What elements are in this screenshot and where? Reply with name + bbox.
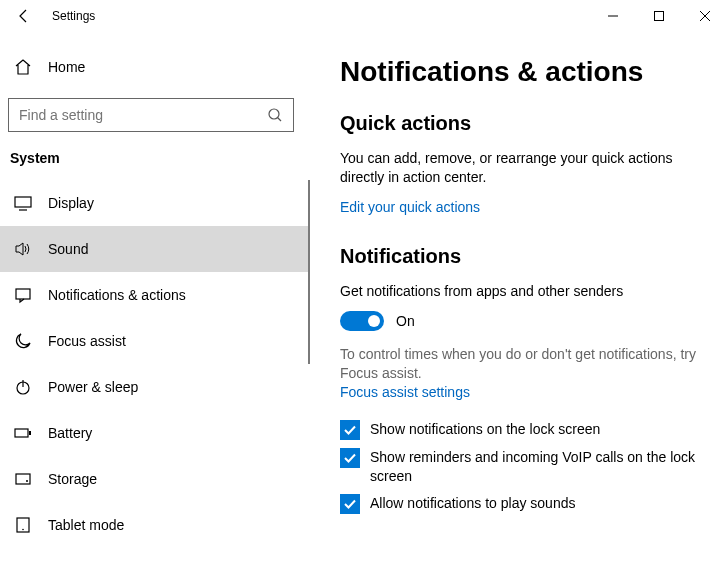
sound-icon — [14, 240, 32, 258]
sidebar-nav-list: Display Sound Notifications & actions — [0, 180, 310, 548]
search-box[interactable] — [8, 98, 294, 132]
notifications-icon — [14, 286, 32, 304]
sidebar-item-battery[interactable]: Battery — [0, 410, 310, 456]
close-button[interactable] — [682, 0, 728, 32]
page-title: Notifications & actions — [340, 56, 698, 88]
check-label: Show reminders and incoming VoIP calls o… — [370, 448, 698, 486]
maximize-button[interactable] — [636, 0, 682, 32]
svg-line-5 — [278, 118, 282, 122]
svg-rect-8 — [16, 289, 30, 299]
main-content: Notifications & actions Quick actions Yo… — [310, 32, 728, 568]
notifications-toggle[interactable] — [340, 311, 384, 331]
sidebar-section-label: System — [0, 150, 310, 180]
battery-icon — [14, 424, 32, 442]
display-icon — [14, 194, 32, 212]
window-title: Settings — [52, 9, 95, 23]
quick-actions-body: You can add, remove, or rearrange your q… — [340, 149, 698, 187]
notifications-desc: Get notifications from apps and other se… — [340, 282, 698, 301]
svg-point-16 — [22, 529, 24, 531]
storage-icon — [14, 470, 32, 488]
sidebar-item-tablet-mode[interactable]: Tablet mode — [0, 502, 310, 548]
svg-rect-13 — [16, 474, 30, 484]
toggle-knob — [368, 315, 380, 327]
back-button[interactable] — [14, 6, 34, 26]
sidebar-item-label: Power & sleep — [48, 379, 138, 395]
edit-quick-actions-link[interactable]: Edit your quick actions — [340, 199, 698, 215]
sidebar-item-notifications[interactable]: Notifications & actions — [0, 272, 310, 318]
toggle-state-label: On — [396, 313, 415, 329]
svg-rect-12 — [29, 431, 31, 435]
checkbox-checked-icon — [340, 494, 360, 514]
home-label: Home — [48, 59, 85, 75]
quick-actions-heading: Quick actions — [340, 112, 698, 135]
sidebar-item-label: Notifications & actions — [48, 287, 186, 303]
sidebar-item-label: Focus assist — [48, 333, 126, 349]
minimize-button[interactable] — [590, 0, 636, 32]
power-icon — [14, 378, 32, 396]
sidebar-item-label: Storage — [48, 471, 97, 487]
focus-assist-icon — [14, 332, 32, 350]
svg-point-14 — [26, 480, 28, 482]
svg-rect-1 — [655, 12, 664, 21]
check-label: Show notifications on the lock screen — [370, 420, 600, 439]
search-input[interactable] — [19, 107, 267, 123]
check-label: Allow notifications to play sounds — [370, 494, 575, 513]
check-lock-screen-notifications[interactable]: Show notifications on the lock screen — [340, 420, 698, 440]
tablet-icon — [14, 516, 32, 534]
checkbox-checked-icon — [340, 420, 360, 440]
sidebar-item-label: Battery — [48, 425, 92, 441]
sidebar-item-label: Sound — [48, 241, 88, 257]
home-icon — [14, 58, 32, 76]
check-reminders-voip[interactable]: Show reminders and incoming VoIP calls o… — [340, 448, 698, 486]
checkbox-checked-icon — [340, 448, 360, 468]
notifications-heading: Notifications — [340, 245, 698, 268]
sidebar-item-sound[interactable]: Sound — [0, 226, 310, 272]
focus-assist-settings-link[interactable]: Focus assist settings — [340, 384, 698, 400]
titlebar: Settings — [0, 0, 728, 32]
sidebar-item-focus-assist[interactable]: Focus assist — [0, 318, 310, 364]
sidebar: Home System Display — [0, 32, 310, 568]
svg-rect-6 — [15, 197, 31, 207]
sidebar-item-label: Tablet mode — [48, 517, 124, 533]
sidebar-item-storage[interactable]: Storage — [0, 456, 310, 502]
sidebar-item-display[interactable]: Display — [0, 180, 310, 226]
check-play-sounds[interactable]: Allow notifications to play sounds — [340, 494, 698, 514]
sidebar-item-power-sleep[interactable]: Power & sleep — [0, 364, 310, 410]
search-icon — [267, 107, 283, 123]
sidebar-item-label: Display — [48, 195, 94, 211]
scrollbar[interactable] — [308, 180, 310, 364]
focus-assist-hint: To control times when you do or don't ge… — [340, 345, 698, 383]
home-nav[interactable]: Home — [0, 48, 310, 86]
svg-rect-11 — [15, 429, 28, 437]
